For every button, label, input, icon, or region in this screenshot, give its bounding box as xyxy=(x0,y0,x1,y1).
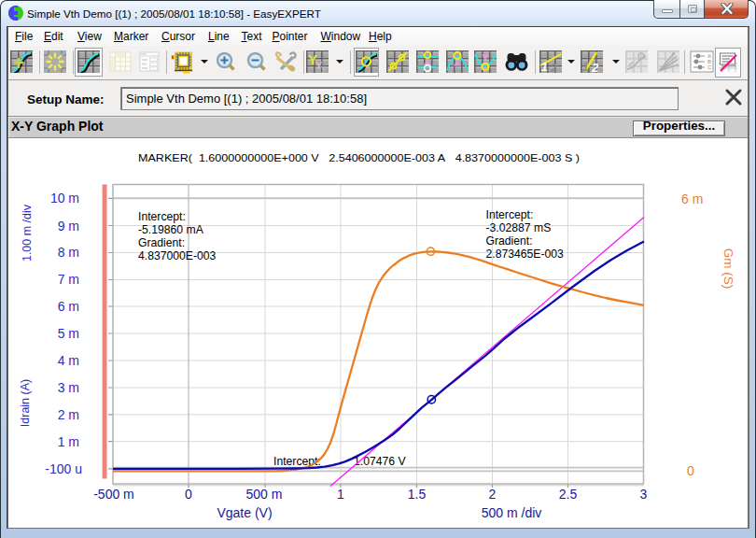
svg-text:4 m: 4 m xyxy=(58,353,79,368)
svg-text:Gradient:: Gradient: xyxy=(138,235,185,248)
svg-text:Gradient:: Gradient: xyxy=(486,234,533,248)
svg-text:500 m /div: 500 m /div xyxy=(482,505,542,520)
svg-text:-3.02887 mS: -3.02887 mS xyxy=(486,221,552,234)
svg-text:10 m: 10 m xyxy=(50,191,79,205)
svg-text:1.5: 1.5 xyxy=(408,486,427,501)
svg-text:8 m: 8 m xyxy=(58,245,79,260)
svg-text:Idrain (A): Idrain (A) xyxy=(19,378,32,426)
svg-text:C: C xyxy=(707,64,712,70)
svg-text:Gm (S): Gm (S) xyxy=(721,248,735,289)
svg-text:9 m: 9 m xyxy=(58,218,79,233)
svg-text:MARKER( 1.6000000000E+000 V: MARKER( 1.6000000000E+000 V 2.5406000000… xyxy=(138,151,580,163)
svg-text:Intercept:: Intercept: xyxy=(138,209,186,222)
svg-text:2: 2 xyxy=(550,62,557,73)
svg-text:-500 m: -500 m xyxy=(93,486,134,501)
svg-text:Intercept:: Intercept: xyxy=(486,208,534,221)
svg-text:-5.19860 mA: -5.19860 mA xyxy=(138,222,204,235)
svg-text:2: 2 xyxy=(591,61,599,73)
svg-text:4.837000E-003: 4.837000E-003 xyxy=(138,248,217,262)
svg-text:Vgate (V): Vgate (V) xyxy=(217,505,272,520)
svg-text:500 m: 500 m xyxy=(246,486,283,501)
svg-text:6 m: 6 m xyxy=(58,298,79,313)
svg-text:3: 3 xyxy=(640,486,648,501)
svg-text:3 m: 3 m xyxy=(58,380,79,395)
svg-text:1: 1 xyxy=(337,486,344,501)
svg-text:2.5: 2.5 xyxy=(559,486,578,501)
svg-text:1: 1 xyxy=(541,61,548,73)
svg-text:5 m: 5 m xyxy=(58,325,79,340)
svg-text:y: y xyxy=(321,64,326,73)
svg-text:1.07476 V: 1.07476 V xyxy=(354,455,406,468)
svg-text:-100 u: -100 u xyxy=(45,460,82,475)
svg-text:0: 0 xyxy=(185,486,192,501)
svg-text:7 m: 7 m xyxy=(58,272,79,287)
svg-text:2: 2 xyxy=(489,486,497,501)
svg-text:2 m: 2 m xyxy=(58,406,79,421)
svg-text:1 m: 1 m xyxy=(58,433,79,448)
svg-text:2.873465E-003: 2.873465E-003 xyxy=(486,248,565,261)
svg-text:6 m: 6 m xyxy=(681,191,703,206)
svg-text:0: 0 xyxy=(687,463,694,478)
svg-text:Intercept:: Intercept: xyxy=(273,455,321,468)
svg-text:1: 1 xyxy=(582,61,589,73)
svg-text:1.00 m /div: 1.00 m /div xyxy=(21,204,34,262)
